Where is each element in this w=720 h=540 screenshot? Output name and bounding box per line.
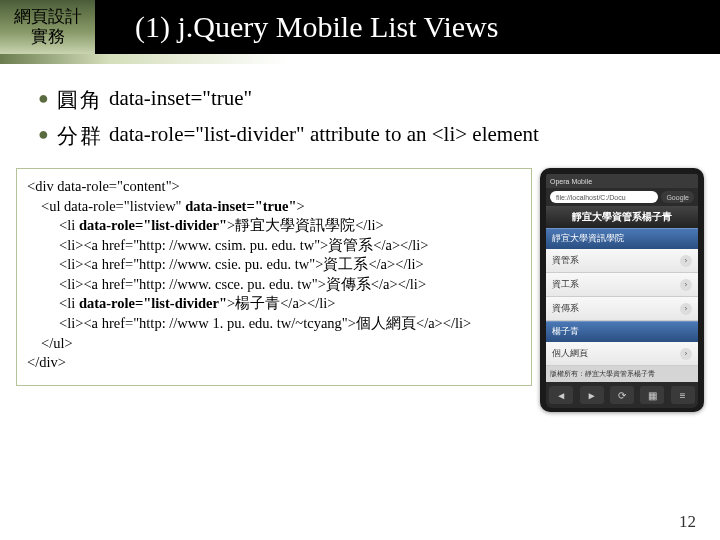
chevron-right-icon: ›	[680, 348, 692, 360]
list-item[interactable]: 資工系›	[546, 273, 698, 297]
content-area: <div data-role="content"> <ul data-role=…	[0, 168, 720, 412]
forward-button[interactable]: ►	[580, 386, 604, 404]
bullet-item: ● 圓角 data-inset="true"	[38, 86, 720, 114]
header-left: 網頁設計 實務	[0, 0, 95, 54]
code-line: </div>	[27, 353, 521, 373]
chevron-right-icon: ›	[680, 255, 692, 267]
list-item[interactable]: 資管系›	[546, 249, 698, 273]
bullet-list: ● 圓角 data-inset="true" ● 分群 data-role="l…	[0, 64, 720, 168]
tabs-button[interactable]: ▦	[640, 386, 664, 404]
code-line: <li><a href="http: //www 1. pu. edu. tw/…	[27, 314, 521, 334]
menu-button[interactable]: ≡	[671, 386, 695, 404]
bullet-icon: ●	[38, 86, 49, 111]
code-line: <li><a href="http: //www. csim. pu. edu.…	[27, 236, 521, 256]
app-footer: 版權所有：靜宜大學資管系楊子青	[546, 366, 698, 382]
bullet-item: ● 分群 data-role="list-divider" attribute …	[38, 122, 720, 150]
list-divider: 楊子青	[546, 321, 698, 342]
code-line: <li><a href="http: //www. csce. pu. edu.…	[27, 275, 521, 295]
code-line: <div data-role="content">	[27, 177, 521, 197]
slide-title: (1) j.Query Mobile List Views	[95, 0, 720, 54]
list-item[interactable]: 資傳系›	[546, 297, 698, 321]
browser-url-bar: file://localhost/C:/Docu Google	[546, 188, 698, 206]
header-left-line2: 實務	[31, 27, 65, 47]
list-divider: 靜宜大學資訊學院	[546, 228, 698, 249]
browser-bottom-bar: ◄ ► ⟳ ▦ ≡	[546, 382, 698, 408]
app-header: 靜宜大學資管系楊子青	[546, 206, 698, 228]
chevron-right-icon: ›	[680, 303, 692, 315]
slide-header: 網頁設計 實務 (1) j.Query Mobile List Views	[0, 0, 720, 54]
code-line: <li><a href="http: //www. csie. pu. edu.…	[27, 255, 521, 275]
bullet-code: data-role="list-divider" attribute to an…	[109, 122, 539, 147]
phone-preview: Opera Mobile file://localhost/C:/Docu Go…	[540, 168, 704, 412]
search-engine-button[interactable]: Google	[661, 191, 694, 203]
reload-button[interactable]: ⟳	[610, 386, 634, 404]
bullet-label: 圓角	[57, 86, 103, 114]
back-button[interactable]: ◄	[549, 386, 573, 404]
code-line: <li data-role="list-divider">楊子青</a></li…	[27, 294, 521, 314]
list-item[interactable]: 個人網頁›	[546, 342, 698, 366]
bullet-label: 分群	[57, 122, 103, 150]
decorative-strip	[0, 54, 720, 64]
chevron-right-icon: ›	[680, 279, 692, 291]
bullet-icon: ●	[38, 122, 49, 147]
code-line: <li data-role="list-divider">靜宜大學資訊學院</l…	[27, 216, 521, 236]
code-example: <div data-role="content"> <ul data-role=…	[16, 168, 532, 386]
phone-window-title: Opera Mobile	[546, 174, 698, 188]
page-number: 12	[679, 512, 696, 532]
bullet-code: data-inset="true"	[109, 86, 252, 111]
code-line: </ul>	[27, 334, 521, 354]
header-left-line1: 網頁設計	[14, 7, 82, 27]
url-input[interactable]: file://localhost/C:/Docu	[550, 191, 658, 203]
code-line: <ul data-role="listview" data-inset="tru…	[27, 197, 521, 217]
